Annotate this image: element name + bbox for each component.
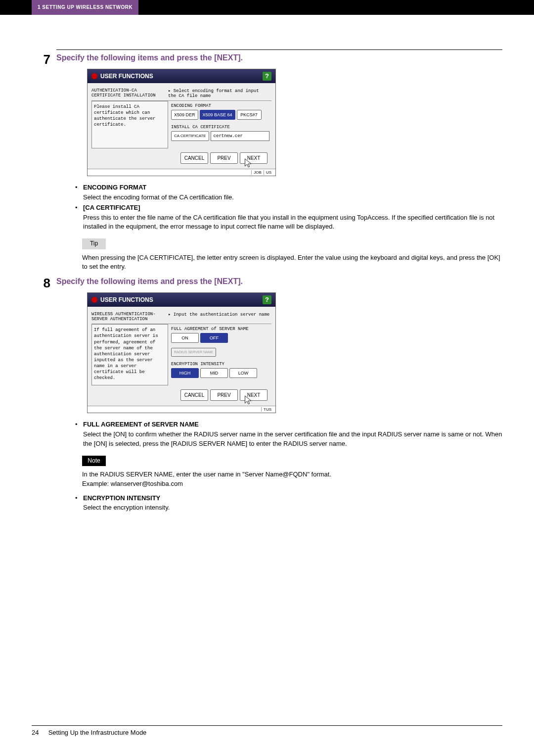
note-line2: Example: wlanserver@toshiba.com (82, 479, 502, 489)
step-number: 7 (32, 53, 56, 66)
step-8-heading: 8 Specify the following items and press … (32, 277, 502, 289)
page-content: 7 Specify the following items and press … (0, 15, 534, 513)
off-button[interactable]: OFF (200, 333, 228, 343)
encoding-format-label: ENCODING FORMAT (171, 103, 269, 108)
status-bar: JOB US (88, 169, 275, 176)
screenshot-7: USER FUNCTIONS ? AUTHENTICATION-CA CERTI… (87, 69, 502, 176)
step-7-heading: 7 Specify the following items and press … (32, 53, 502, 66)
bullet-icon (75, 203, 83, 232)
step-title: Specify the following items and press th… (56, 277, 502, 287)
window-titlebar: USER FUNCTIONS ? (88, 293, 275, 307)
tip-label: Tip (82, 238, 106, 249)
bullet-text: Press this to enter the file name of the… (83, 213, 502, 232)
status-tus: TUS (261, 407, 273, 412)
note-label: Note (82, 456, 106, 466)
step-number: 8 (32, 277, 56, 289)
help-icon[interactable]: ? (263, 72, 271, 81)
window-title: USER FUNCTIONS (100, 296, 153, 303)
note-line1: In the RADIUS SERVER NAME, enter the use… (82, 470, 502, 479)
panel-instruction-line2: the CA file name (168, 94, 271, 98)
bullet-heading: [CA CERTIFICATE] (83, 204, 140, 211)
x509-base64-button[interactable]: X509 BASE 64 (200, 110, 235, 120)
bullet-full-agreement: FULL AGREEMENT of SERVER NAME Select the… (75, 420, 502, 449)
footer-title: Setting Up the Infrastructure Mode (48, 729, 147, 736)
bullet-heading: ENCRYPTION INTENSITY (83, 494, 160, 502)
prev-button[interactable]: PREV (210, 389, 238, 401)
ca-certificate-value[interactable]: certnew.cer (211, 131, 269, 141)
bullet-text: Select the encoding format of the CA cer… (83, 193, 502, 202)
next-button[interactable]: NEXT (240, 152, 267, 164)
low-button[interactable]: LOW (229, 368, 257, 378)
status-bar: TUS (88, 406, 275, 413)
status-job: JOB (251, 170, 264, 175)
screenshot-8: USER FUNCTIONS ? WIRELESS AUTHENTICATION… (87, 292, 502, 413)
tip-text: When pressing the [CA CERTIFICATE], the … (82, 253, 502, 272)
next-button[interactable]: NEXT (240, 389, 267, 401)
pkcs7-button[interactable]: PKCS#7 (237, 110, 262, 120)
bullet-encoding-format: ENCODING FORMAT Select the encoding form… (75, 183, 502, 202)
high-button[interactable]: HIGH (171, 368, 199, 378)
encryption-intensity-label: ENCRYPTION INTENSITY (171, 362, 269, 367)
bullet-heading: FULL AGREEMENT of SERVER NAME (83, 421, 199, 428)
cancel-button[interactable]: CANCEL (180, 389, 208, 401)
page-header-bar: 1 SETTING UP WIRELESS NETWORK (0, 0, 534, 15)
mid-button[interactable]: MID (200, 368, 228, 378)
panel-title-line1: AUTHENTICATION-CA (91, 88, 168, 93)
app-icon (91, 73, 97, 79)
bullet-encryption-intensity: ENCRYPTION INTENSITY Select the encrypti… (75, 494, 502, 513)
cancel-button[interactable]: CANCEL (180, 152, 208, 164)
section-tab: 1 SETTING UP WIRELESS NETWORK (32, 0, 138, 15)
bullet-icon (75, 183, 83, 202)
footer-divider (32, 725, 502, 726)
step-title: Specify the following items and press th… (56, 53, 502, 63)
install-ca-label: INSTALL CA CERTIFICATE (171, 125, 269, 130)
prev-button[interactable]: PREV (210, 152, 238, 164)
help-icon[interactable]: ? (263, 295, 271, 304)
app-icon (91, 297, 97, 303)
window-title: USER FUNCTIONS (100, 73, 153, 80)
step-divider (56, 49, 502, 50)
bullet-text: Select the encryption intensity. (83, 503, 502, 513)
page-footer: 24 Setting Up the Infrastructure Mode (32, 725, 502, 736)
bullet-icon (75, 420, 83, 449)
info-panel: If full agreement of an authentication s… (91, 324, 168, 385)
window-titlebar: USER FUNCTIONS ? (88, 69, 275, 83)
note-text: In the RADIUS SERVER NAME, enter the use… (82, 470, 502, 489)
bullet-text: Select the [ON] to confirm whether the R… (83, 430, 502, 449)
panel-title-line1: WIRELESS AUTHENTICATION- (91, 312, 168, 317)
ca-certificate-button[interactable]: CA CERTIFICATE (171, 131, 209, 141)
panel-title-line2: SERVER AUTHENTICATION (91, 317, 168, 322)
full-agreement-label: FULL AGREEMENT of SERVER NAME (171, 327, 269, 331)
bullet-ca-certificate: [CA CERTIFICATE] Press this to enter the… (75, 203, 502, 232)
bullet-heading: ENCODING FORMAT (83, 184, 146, 191)
page-number: 24 (32, 729, 46, 736)
on-button[interactable]: ON (171, 333, 199, 343)
panel-instruction-line1: ▸ Input the authentication server name (168, 312, 271, 317)
panel-title-line2: CERTIFICATE INSTALLATION (91, 93, 168, 98)
status-us: US (264, 170, 273, 175)
radius-server-name-button[interactable]: RADIUS SERVER NAME (171, 348, 216, 357)
bullet-icon (75, 494, 83, 513)
info-panel: Please install CA certificate which can … (91, 101, 168, 148)
panel-instruction-line1: ▸ Select encoding format and input (168, 88, 271, 94)
x509-der-button[interactable]: X509 DER (171, 110, 198, 120)
